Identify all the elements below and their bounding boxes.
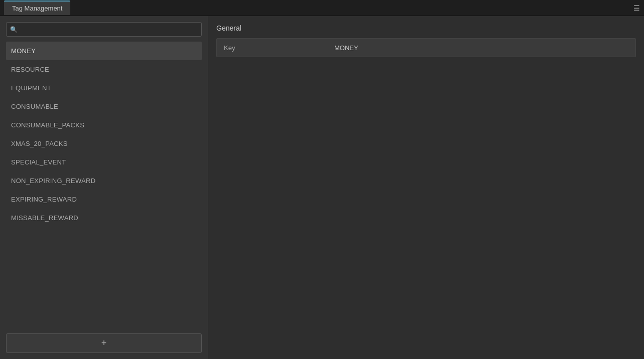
tag-item[interactable]: CONSUMABLE_PACKS (6, 116, 202, 134)
detail-table: KeyMONEY (216, 38, 636, 57)
tag-item[interactable]: CONSUMABLE (6, 97, 202, 116)
search-icon: 🔍 (10, 26, 18, 33)
search-box: 🔍 (6, 22, 202, 37)
detail-key: Key (224, 44, 334, 52)
title-bar-right: ☰ (633, 4, 640, 12)
detail-panel-title: General (216, 24, 636, 32)
tag-item[interactable]: MISSABLE_REWARD (6, 209, 202, 227)
detail-panel: General KeyMONEY (208, 16, 644, 359)
add-tag-button[interactable]: + (6, 333, 202, 353)
main-content: 🔍 MONEYRESOURCEEQUIPMENTCONSUMABLECONSUM… (0, 16, 644, 359)
app-container: Tag Management ☰ 🔍 MONEYRESOURCEEQUIPMEN… (0, 0, 644, 359)
title-bar: Tag Management ☰ (0, 0, 644, 16)
tag-management-tab[interactable]: Tag Management (4, 1, 70, 15)
hamburger-icon[interactable]: ☰ (633, 4, 640, 12)
tag-item[interactable]: SPECIAL_EVENT (6, 153, 202, 171)
sidebar: 🔍 MONEYRESOURCEEQUIPMENTCONSUMABLECONSUM… (0, 16, 208, 359)
tag-list: MONEYRESOURCEEQUIPMENTCONSUMABLECONSUMAB… (6, 42, 202, 329)
detail-value: MONEY (334, 44, 628, 52)
tag-item[interactable]: NON_EXPIRING_REWARD (6, 171, 202, 190)
detail-row: KeyMONEY (217, 39, 635, 57)
tag-item[interactable]: RESOURCE (6, 60, 202, 79)
tag-item[interactable]: EXPIRING_REWARD (6, 190, 202, 209)
tag-item[interactable]: XMAS_20_PACKS (6, 134, 202, 153)
tag-item[interactable]: EQUIPMENT (6, 79, 202, 97)
search-input[interactable] (6, 22, 202, 37)
tag-item[interactable]: MONEY (6, 42, 202, 60)
